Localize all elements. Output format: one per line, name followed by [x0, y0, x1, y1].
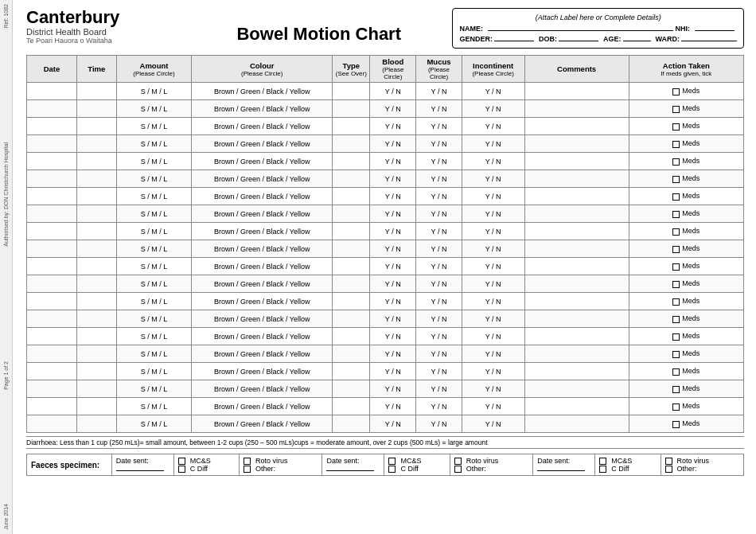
cell-amount[interactable]: S / M / L	[116, 275, 191, 293]
cell-action[interactable]: Meds	[629, 258, 743, 275]
cell-incontinent[interactable]: Y / N	[462, 240, 524, 258]
cell-date[interactable]	[27, 275, 77, 293]
cell-action[interactable]: Meds	[629, 205, 743, 223]
cell-date[interactable]	[27, 205, 77, 223]
cell-incontinent[interactable]: Y / N	[462, 188, 524, 205]
mcs-checkbox-1[interactable]	[178, 458, 185, 465]
cell-colour[interactable]: Brown / Green / Black / Yellow	[192, 135, 333, 153]
cell-comments[interactable]	[524, 345, 629, 363]
cell-mucus[interactable]: Y / N	[416, 240, 462, 258]
cell-type[interactable]	[333, 398, 370, 415]
cell-amount[interactable]: S / M / L	[116, 380, 191, 398]
cell-date[interactable]	[27, 83, 77, 100]
cell-action[interactable]: Meds	[629, 188, 743, 205]
meds-checkbox[interactable]	[672, 298, 680, 306]
cell-type[interactable]	[333, 258, 370, 275]
cell-blood[interactable]: Y / N	[370, 293, 416, 310]
cell-date[interactable]	[27, 380, 77, 398]
cdiff-checkbox-1[interactable]	[178, 466, 185, 473]
other-checkbox-1[interactable]	[244, 466, 251, 473]
cell-date[interactable]	[27, 345, 77, 363]
cdiff-checkbox-3[interactable]	[599, 466, 606, 473]
cell-date[interactable]	[27, 363, 77, 380]
cell-colour[interactable]: Brown / Green / Black / Yellow	[192, 380, 333, 398]
cell-colour[interactable]: Brown / Green / Black / Yellow	[192, 398, 333, 415]
cell-date[interactable]	[27, 100, 77, 118]
meds-checkbox[interactable]	[672, 386, 680, 393]
cell-blood[interactable]: Y / N	[370, 205, 416, 223]
meds-checkbox[interactable]	[672, 421, 680, 428]
cell-time[interactable]	[76, 100, 116, 118]
cell-mucus[interactable]: Y / N	[416, 275, 462, 293]
cell-comments[interactable]	[524, 363, 629, 380]
other-checkbox-2[interactable]	[454, 466, 462, 473]
cell-time[interactable]	[76, 135, 116, 153]
cell-incontinent[interactable]: Y / N	[462, 293, 524, 310]
cell-type[interactable]	[333, 153, 370, 170]
cell-comments[interactable]	[524, 153, 629, 170]
cell-type[interactable]	[333, 275, 370, 293]
meds-checkbox[interactable]	[672, 106, 680, 113]
cell-colour[interactable]: Brown / Green / Black / Yellow	[192, 328, 333, 345]
cell-action[interactable]: Meds	[629, 118, 743, 135]
cell-time[interactable]	[76, 153, 116, 170]
cell-amount[interactable]: S / M / L	[116, 328, 191, 345]
meds-checkbox[interactable]	[672, 88, 680, 95]
cell-amount[interactable]: S / M / L	[116, 398, 191, 415]
cell-date[interactable]	[27, 328, 77, 345]
cdiff-check-3[interactable]: C Diff	[599, 465, 656, 473]
mcs-checkbox-2[interactable]	[388, 458, 396, 465]
cell-type[interactable]	[333, 118, 370, 135]
cell-type[interactable]	[333, 205, 370, 223]
cell-incontinent[interactable]: Y / N	[462, 118, 524, 135]
cell-mucus[interactable]: Y / N	[416, 345, 462, 363]
cell-type[interactable]	[333, 83, 370, 100]
cell-mucus[interactable]: Y / N	[416, 118, 462, 135]
cdiff-checkbox-2[interactable]	[388, 466, 396, 473]
ward-line[interactable]	[681, 41, 737, 41]
cell-action[interactable]: Meds	[629, 240, 743, 258]
cell-time[interactable]	[76, 328, 116, 345]
cell-time[interactable]	[76, 310, 116, 328]
cell-blood[interactable]: Y / N	[370, 135, 416, 153]
cell-colour[interactable]: Brown / Green / Black / Yellow	[192, 258, 333, 275]
cell-comments[interactable]	[524, 328, 629, 345]
cell-type[interactable]	[333, 345, 370, 363]
cell-comments[interactable]	[524, 170, 629, 188]
gender-line[interactable]	[494, 41, 534, 41]
roto-check-3[interactable]: Roto virus	[665, 457, 739, 465]
cell-mucus[interactable]: Y / N	[416, 83, 462, 100]
meds-checkbox[interactable]	[672, 228, 680, 236]
cell-time[interactable]	[76, 275, 116, 293]
cell-blood[interactable]: Y / N	[370, 153, 416, 170]
cell-colour[interactable]: Brown / Green / Black / Yellow	[192, 415, 333, 433]
cell-blood[interactable]: Y / N	[370, 170, 416, 188]
cell-type[interactable]	[333, 328, 370, 345]
roto-check-1[interactable]: Roto virus	[244, 457, 318, 465]
meds-checkbox[interactable]	[672, 351, 680, 358]
cell-incontinent[interactable]: Y / N	[462, 223, 524, 240]
roto-checkbox-3[interactable]	[665, 458, 672, 465]
nhi-line[interactable]	[695, 30, 735, 31]
cell-incontinent[interactable]: Y / N	[462, 153, 524, 170]
cell-comments[interactable]	[524, 205, 629, 223]
cell-time[interactable]	[76, 363, 116, 380]
cdiff-check-2[interactable]: C Diff	[388, 465, 445, 473]
cell-action[interactable]: Meds	[629, 153, 743, 170]
cell-type[interactable]	[333, 363, 370, 380]
meds-checkbox[interactable]	[672, 368, 680, 376]
meds-checkbox[interactable]	[672, 176, 680, 183]
cell-colour[interactable]: Brown / Green / Black / Yellow	[192, 83, 333, 100]
date-sent-line-1[interactable]	[116, 470, 164, 471]
cell-action[interactable]: Meds	[629, 398, 743, 415]
cell-comments[interactable]	[524, 415, 629, 433]
cell-comments[interactable]	[524, 275, 629, 293]
cell-time[interactable]	[76, 83, 116, 100]
cell-amount[interactable]: S / M / L	[116, 153, 191, 170]
cell-incontinent[interactable]: Y / N	[462, 345, 524, 363]
cell-colour[interactable]: Brown / Green / Black / Yellow	[192, 363, 333, 380]
cell-action[interactable]: Meds	[629, 170, 743, 188]
cell-colour[interactable]: Brown / Green / Black / Yellow	[192, 310, 333, 328]
cell-colour[interactable]: Brown / Green / Black / Yellow	[192, 293, 333, 310]
cell-time[interactable]	[76, 415, 116, 433]
